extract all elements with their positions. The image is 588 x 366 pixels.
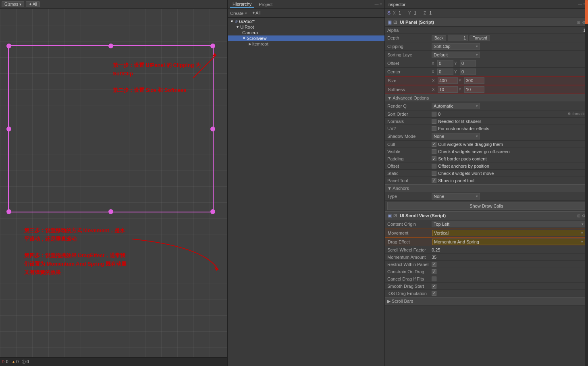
normals-checkbox[interactable] bbox=[432, 119, 436, 124]
annotation-step3: 第三步：设置移动的方式 Movement，是水 平滚动，还是垂直滚动 第四步：设… bbox=[24, 227, 127, 277]
uv2-label: UV2 bbox=[387, 126, 432, 131]
ios-drag-checkbox[interactable] bbox=[432, 291, 436, 296]
softness-x-val[interactable]: 10 bbox=[438, 86, 458, 93]
visible-checkbox[interactable] bbox=[432, 149, 436, 154]
cull-row: Cull Cull widgets while dragging them bbox=[385, 141, 588, 148]
offset-y-label: Y bbox=[454, 61, 459, 66]
softness-xy: X 10 Y 10 bbox=[432, 86, 484, 93]
hierarchy-tab[interactable]: Hierarchy bbox=[230, 1, 254, 8]
scene-toolbar: Gizmos ▾ ✦ All bbox=[0, 0, 227, 9]
offset-y-val[interactable]: 0 bbox=[460, 60, 476, 67]
cull-checkbox[interactable] bbox=[432, 142, 436, 147]
softness-y-val[interactable]: 10 bbox=[464, 86, 484, 93]
type-dropdown[interactable]: None ▾ bbox=[432, 193, 480, 200]
handle-ml[interactable] bbox=[6, 127, 11, 131]
center-x-val[interactable]: 0 bbox=[437, 69, 453, 75]
handle-bm[interactable] bbox=[108, 209, 113, 214]
hierarchy-item-itemroot[interactable]: ▶ itemroot bbox=[228, 41, 384, 47]
scrollbars-divider[interactable]: ▶ Scroll Bars bbox=[385, 297, 588, 306]
center-y-val[interactable]: 0 bbox=[460, 69, 476, 75]
advanced-options-divider[interactable]: ▼ Advanced Options bbox=[385, 94, 588, 102]
sorting-row: Sorting Laye Default ▾ bbox=[385, 51, 588, 59]
depth-forward-btn[interactable]: Forward bbox=[470, 35, 490, 41]
handle-tr[interactable] bbox=[210, 44, 215, 48]
type-row: Type None ▾ bbox=[385, 192, 588, 201]
anchors-divider[interactable]: ▼ Anchors bbox=[385, 184, 588, 192]
scroll-wheel-label: Scroll Wheel Factor bbox=[387, 247, 432, 252]
handle-mr[interactable] bbox=[210, 127, 215, 131]
x-label: X bbox=[393, 11, 397, 15]
movement-dropdown[interactable]: Vertical ▾ bbox=[432, 230, 585, 236]
y-label: Y bbox=[408, 11, 412, 15]
scroll-thumb[interactable] bbox=[585, 0, 588, 24]
renderq-dropdown[interactable]: Automatic ▾ bbox=[432, 103, 480, 109]
size-xy: X 400 Y 300 bbox=[432, 77, 484, 84]
depth-val[interactable]: 1 bbox=[448, 35, 468, 41]
hierarchy-item-scrollview[interactable]: ▼ Scrollview bbox=[228, 35, 384, 41]
sortorder-sub: Automatic bbox=[568, 112, 586, 116]
size-y-val[interactable]: 300 bbox=[464, 77, 484, 84]
content-origin-label: Content Origin bbox=[387, 222, 432, 227]
paneltool-checkbox[interactable] bbox=[432, 178, 436, 183]
static-row: Static Check if widgets won't move bbox=[385, 170, 588, 177]
scene-content: 第一步：设置 UIPanel 的 Clipping 为 SoftClip 第二步… bbox=[0, 9, 227, 357]
scroll-indicator[interactable] bbox=[585, 0, 588, 366]
static-checkbox[interactable] bbox=[432, 171, 436, 176]
padding-checkbox[interactable] bbox=[432, 156, 436, 161]
transform-xyz: X 1 Y 1 Z 1 bbox=[393, 10, 437, 15]
content-origin-dropdown[interactable]: Top Left ▾ bbox=[432, 221, 586, 227]
all-button[interactable]: ✦ All bbox=[26, 1, 40, 7]
handle-br[interactable] bbox=[210, 209, 215, 214]
handle-tl[interactable] bbox=[6, 44, 11, 48]
constrain-checkbox[interactable] bbox=[432, 269, 436, 274]
clipping-label: Clipping bbox=[387, 44, 432, 49]
center-x-label: X bbox=[432, 70, 436, 74]
ui-scroll-header[interactable]: ▣ ☑ UI Scroll View (Script) ⊞ ⚙ bbox=[385, 211, 588, 220]
all-label[interactable]: ✦All bbox=[252, 10, 260, 16]
shadowmode-label: Shadow Mode bbox=[387, 134, 432, 139]
drag-effect-dropdown[interactable]: Momentum And Spring ▾ bbox=[432, 239, 585, 245]
show-draw-calls-button[interactable]: Show Draw Calls bbox=[387, 202, 586, 210]
restrict-row: Restrict Within Panel bbox=[385, 261, 588, 268]
offset-x-val[interactable]: 0 bbox=[437, 60, 453, 67]
static-text: Check if widgets won't move bbox=[438, 171, 586, 176]
ui-scroll-bookmark-icon[interactable]: ⊞ bbox=[577, 214, 580, 218]
ui-scroll-icons: ⊞ ⚙ bbox=[577, 214, 586, 218]
movement-row: Movement Vertical ▾ bbox=[385, 229, 588, 237]
shadowmode-dropdown[interactable]: None ▾ bbox=[432, 133, 480, 139]
momentum-amount-row: Momentum Amount 35 bbox=[385, 254, 588, 261]
inspector-title: Inspector bbox=[387, 2, 405, 7]
annotation-step1: 第一步：设置 UIPanel 的 Clipping 为 SoftClip 第二步… bbox=[113, 61, 201, 95]
hierarchy-item-uiroot[interactable]: ▼ UIRoot bbox=[228, 24, 384, 30]
hierarchy-header: Hierarchy Project — ≡ bbox=[228, 0, 384, 9]
cancel-drag-checkbox[interactable] bbox=[432, 277, 436, 281]
sortorder-checkbox[interactable] bbox=[432, 112, 436, 116]
handle-tm[interactable] bbox=[108, 44, 113, 48]
create-label[interactable]: Create bbox=[230, 11, 243, 16]
gizmos-button[interactable]: Gizmos ▾ bbox=[2, 1, 24, 7]
status-bar: ⚐ 0 ▲ 0 ⓘ 0 bbox=[0, 357, 227, 366]
uv2-checkbox[interactable] bbox=[432, 126, 436, 131]
sorting-dropdown[interactable]: Default ▾ bbox=[432, 52, 480, 58]
transform-bar: S X 1 Y 1 Z 1 bbox=[385, 9, 588, 17]
handle-bl[interactable] bbox=[6, 209, 11, 214]
momentum-val: 35 bbox=[432, 255, 586, 260]
constrain-row: Constrain On Drag bbox=[385, 268, 588, 275]
project-tab[interactable]: Project bbox=[256, 1, 275, 8]
size-row: Size X 400 Y 300 bbox=[385, 76, 588, 85]
constrain-label: Constrain On Drag bbox=[387, 269, 432, 274]
ui-panel-header[interactable]: ▣ ☑ UI Panel (Script) ⊞ ⚙ bbox=[385, 18, 588, 27]
ui-panel-bookmark-icon[interactable]: ⊞ bbox=[577, 20, 580, 25]
smooth-drag-checkbox[interactable] bbox=[432, 284, 436, 289]
padding-text: Soft border pads content bbox=[438, 156, 586, 161]
offset-label: Offset bbox=[387, 61, 432, 66]
restrict-checkbox[interactable] bbox=[432, 262, 436, 267]
offset2-checkbox[interactable] bbox=[432, 164, 436, 168]
size-x-val[interactable]: 400 bbox=[438, 77, 458, 84]
hierarchy-item-camera[interactable]: Camera bbox=[228, 30, 384, 35]
depth-back-btn[interactable]: Back bbox=[432, 35, 446, 41]
s-label: S bbox=[387, 10, 391, 16]
size-x-label: X bbox=[432, 79, 437, 83]
clipping-dropdown[interactable]: Soft Clip ▾ bbox=[432, 43, 480, 50]
hierarchy-item-uiroot-star[interactable]: ▼ ⊙ UIRoot* bbox=[228, 19, 384, 24]
